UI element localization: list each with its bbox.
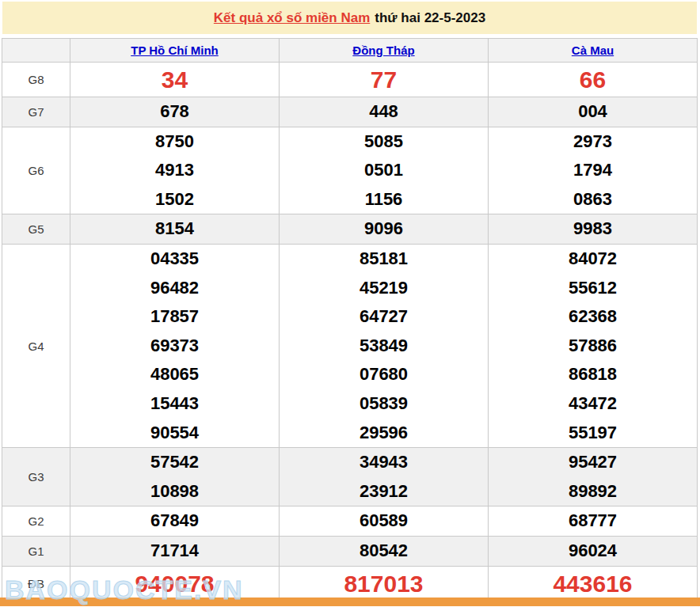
result-cell: 9096 (280, 214, 489, 245)
result-cell: 66 (489, 63, 698, 97)
corner-cell (2, 39, 70, 63)
result-number: 95427 (489, 448, 697, 477)
result-number: 67849 (70, 506, 279, 536)
result-number: 48065 (70, 360, 279, 389)
result-cell: 84072556126236857886868184347255197 (489, 244, 698, 447)
result-number: 8154 (70, 214, 279, 244)
result-cell: 5754210898 (70, 448, 280, 506)
result-number: 84072 (489, 245, 697, 274)
result-cell: 04335964821785769373480651544390554 (70, 244, 280, 447)
lottery-results-page: Kết quả xổ số miền Nam thứ hai 22-5-2023… (0, 0, 700, 607)
page-title: Kết quả xổ số miền Nam thứ hai 22-5-2023 (2, 2, 697, 34)
result-number: 96024 (489, 537, 697, 566)
prize-label: G3 (2, 448, 70, 506)
result-cell: 67849 (70, 506, 280, 537)
result-number: 9096 (280, 214, 488, 244)
result-number: 004 (489, 97, 697, 127)
result-number: 69373 (70, 332, 279, 361)
prize-row-g5: G5815490969983 (2, 214, 698, 245)
result-number: 90554 (70, 419, 279, 448)
column-header-row: TP Hồ Chí Minh Đồng Tháp Cà Mau (2, 39, 698, 63)
result-cell: 8154 (70, 214, 280, 245)
result-cell: 60589 (280, 506, 489, 537)
result-cell: 004 (489, 97, 698, 127)
prize-row-g7: G7678448004 (2, 97, 698, 127)
result-cell: 3494323912 (280, 448, 489, 506)
result-number: 62368 (489, 302, 697, 332)
prize-label: G1 (2, 536, 70, 566)
result-number: 0501 (280, 156, 488, 185)
prize-label: G6 (2, 127, 70, 214)
province-link-hcm[interactable]: TP Hồ Chí Minh (131, 44, 219, 57)
result-number: 55612 (489, 274, 697, 303)
result-cell: 80542 (280, 536, 489, 566)
result-number: 29596 (280, 419, 488, 448)
prize-label: G5 (2, 214, 70, 245)
result-number: 34 (70, 63, 279, 97)
result-number: 07680 (280, 360, 488, 389)
result-number: 85181 (280, 245, 488, 274)
result-number: 443616 (489, 567, 697, 601)
bottom-orange-bar (0, 598, 700, 606)
result-cell: 85181452196472753849076800583929596 (280, 244, 489, 447)
result-number: 2973 (489, 127, 697, 157)
result-cell: 71714 (70, 536, 280, 566)
result-cell: 940078 (70, 566, 280, 601)
result-number: 0863 (489, 185, 697, 214)
result-number: 55197 (489, 419, 697, 448)
result-number: 57542 (70, 448, 279, 477)
title-date: thứ hai 22-5-2023 (375, 10, 485, 26)
result-number: 96482 (70, 274, 279, 303)
result-number: 1502 (70, 185, 279, 214)
result-cell: 34 (70, 63, 280, 97)
result-cell: 9542789892 (489, 448, 698, 506)
prize-label: ĐB (2, 566, 70, 601)
results-table: TP Hồ Chí Minh Đồng Tháp Cà Mau G8347766… (2, 38, 698, 601)
result-cell: 9983 (489, 214, 698, 245)
prize-row-g1: G1717148054296024 (2, 536, 698, 566)
result-number: 17857 (70, 302, 279, 332)
result-cell: 508505011156 (280, 127, 489, 214)
result-number: 71714 (70, 537, 279, 566)
result-number: 817013 (280, 567, 488, 601)
results-table-body: G8347766G7678448004G68750491315025085050… (2, 63, 698, 601)
result-number: 77 (280, 63, 488, 97)
result-number: 86818 (489, 360, 697, 389)
column-header-dong-thap: Đồng Tháp (280, 39, 489, 63)
prize-label: G2 (2, 506, 70, 537)
prize-row-g3: G3575421089834943239129542789892 (2, 448, 698, 506)
result-number: 15443 (70, 389, 279, 419)
result-cell: 817013 (280, 566, 489, 601)
result-number: 66 (489, 63, 697, 97)
prize-row-đb: ĐB940078817013443616 (2, 566, 698, 601)
result-number: 34943 (280, 448, 488, 477)
result-cell: 443616 (489, 566, 698, 601)
prize-label: G4 (2, 244, 70, 447)
result-number: 43472 (489, 389, 697, 419)
prize-label: G7 (2, 97, 70, 127)
prize-row-g6: G6875049131502508505011156297317940863 (2, 127, 698, 214)
result-number: 57886 (489, 332, 697, 361)
result-number: 1156 (280, 185, 488, 214)
column-header-hcm: TP Hồ Chí Minh (70, 39, 280, 63)
province-link-dong-thap[interactable]: Đồng Tháp (352, 44, 414, 57)
result-number: 45219 (280, 274, 488, 303)
result-number: 448 (280, 97, 488, 127)
prize-row-g8: G8347766 (2, 63, 698, 97)
result-number: 5085 (280, 127, 488, 157)
result-number: 10898 (70, 477, 279, 506)
result-cell: 68777 (489, 506, 698, 537)
result-cell: 875049131502 (70, 127, 280, 214)
result-number: 80542 (280, 537, 488, 566)
result-number: 68777 (489, 506, 697, 536)
result-cell: 297317940863 (489, 127, 698, 214)
result-number: 53849 (280, 332, 488, 361)
result-cell: 96024 (489, 536, 698, 566)
result-number: 64727 (280, 302, 488, 332)
province-link-ca-mau[interactable]: Cà Mau (572, 44, 614, 57)
result-cell: 77 (280, 63, 489, 97)
result-number: 8750 (70, 127, 279, 157)
prize-row-g2: G2678496058968777 (2, 506, 698, 537)
result-number: 04335 (70, 245, 279, 274)
title-link[interactable]: Kết quả xổ số miền Nam (214, 10, 370, 26)
